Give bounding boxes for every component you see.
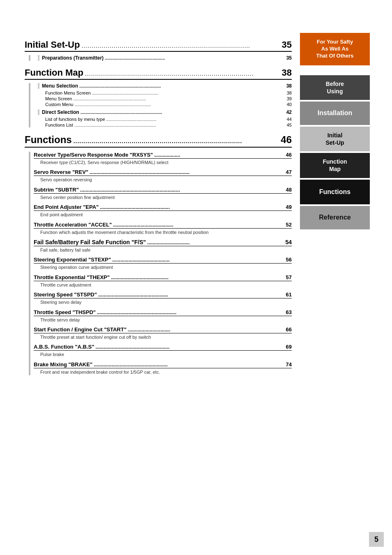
func-rev: Servo Reverse "REV" ....................…: [34, 169, 292, 183]
toc-menu-selection: Menu Selection .........................…: [38, 83, 292, 89]
func-thspd: Throttle Speed "THSPD" .................…: [34, 309, 292, 323]
toc-preparations: Preparations (Transmitter) .............…: [38, 55, 292, 61]
toc-function-map: Function Map ...........................…: [25, 67, 292, 80]
func-stexp: Steering Exponential "STEXP" ...........…: [34, 257, 292, 271]
toc-direct-selection: Direct Selection .......................…: [38, 109, 292, 115]
func-rxsys: Receiver Type/Servo Response Mode "RXSYS…: [34, 152, 292, 166]
toc-list-by-menu: List of functions by menu type .........…: [45, 117, 292, 122]
function-map-title: Function Map: [25, 67, 83, 78]
initial-setup-title: Initial Set-Up: [25, 39, 80, 50]
sidebar-tab-installation[interactable]: Installation: [300, 102, 370, 125]
func-brake: Brake Mixing "BRAKE" ...................…: [34, 361, 292, 375]
sidebar: For Your SaftyAs Well AsThat Of Others B…: [300, 33, 370, 555]
sidebar-tab-before-using[interactable]: BeforeUsing: [300, 75, 370, 100]
sidebar-tab-reference[interactable]: Reference: [300, 206, 370, 229]
function-entries: Receiver Type/Servo Response Mode "RXSYS…: [29, 152, 292, 375]
toc-initial-setup: Initial Set-Up .........................…: [25, 39, 292, 52]
func-start: Start Function / Engine Cut "START" ....…: [34, 326, 292, 340]
main-content: Initial Set-Up .........................…: [0, 33, 300, 555]
func-fs: Fail Safe/Battery Fail Safe Function "F/…: [34, 239, 292, 253]
function-map-children: Menu Selection .........................…: [29, 83, 292, 127]
func-thexp: Throttle Exponential "THEXP" ...........…: [34, 274, 292, 288]
func-stspd: Steering Speed "STSPD" .................…: [34, 291, 292, 305]
function-map-page: 38: [282, 67, 292, 78]
toc-menu-screen: Menu Screen ............................…: [45, 96, 292, 101]
initial-setup-children: Preparations (Transmitter) .............…: [29, 55, 292, 61]
func-abs: A.B.S. Function "A.B.S" ................…: [34, 344, 292, 358]
toc-functions-list: Functions List .........................…: [45, 123, 292, 127]
toc-functions-main: Functions ..............................…: [25, 134, 292, 148]
func-accel: Throttle Acceleration "ACCEL" ..........…: [34, 222, 292, 236]
initial-setup-page: 35: [282, 39, 292, 50]
functions-main-title: Functions: [25, 134, 72, 146]
functions-main-page: 46: [281, 134, 292, 146]
toc-custom-menu: Custom Menu ............................…: [45, 102, 292, 107]
func-epa: End Point Adjuster "EPA" ...............…: [34, 204, 292, 218]
sidebar-tab-function-map[interactable]: FunctionMap: [300, 153, 370, 178]
sidebar-tab-safety[interactable]: For Your SaftyAs Well AsThat Of Others: [300, 33, 370, 65]
sidebar-tab-functions[interactable]: Functions: [300, 180, 370, 205]
sidebar-tab-initial-setup[interactable]: InitialSet-Up: [300, 127, 370, 151]
page-number: 5: [369, 532, 384, 547]
func-subtr: Subtrim "SUBTR" ........................…: [34, 187, 292, 201]
toc-function-menu-screen: Function Menu Screen ...................…: [45, 90, 292, 95]
